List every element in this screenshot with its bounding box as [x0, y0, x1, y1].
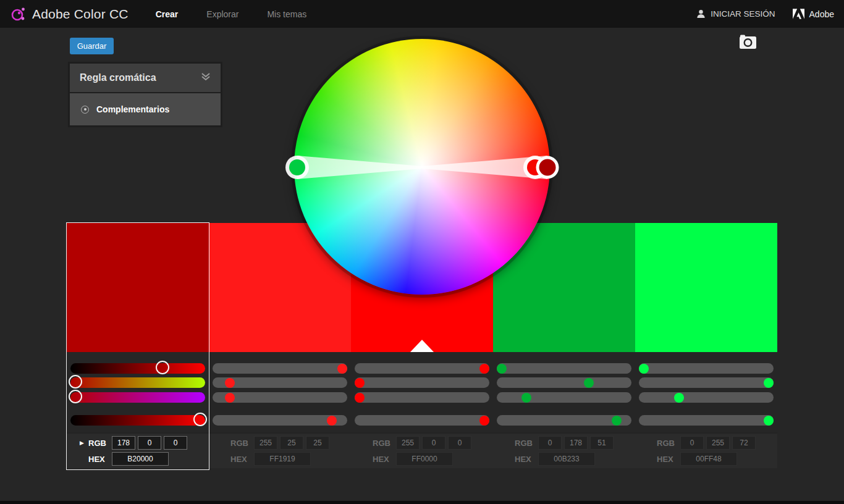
r-value-input[interactable] — [112, 436, 135, 450]
adobe-link[interactable]: Adobe — [793, 9, 834, 19]
blue-slider[interactable] — [70, 392, 205, 403]
color-swatch-1[interactable] — [67, 223, 209, 352]
brightness-slider[interactable] — [213, 415, 347, 426]
blue-slider[interactable] — [213, 392, 347, 403]
red-slider-handle[interactable] — [497, 364, 507, 374]
brightness-slider[interactable] — [497, 415, 631, 426]
rule-item-complementarios[interactable]: Complementarios — [70, 93, 221, 125]
color-rule-panel: Regla cromática Complementarios — [68, 62, 222, 127]
green-slider-handle[interactable] — [764, 378, 774, 388]
r-value-input[interactable] — [680, 436, 704, 450]
green-slider[interactable] — [355, 377, 489, 388]
color-info-3: ▶ RGB HEX — [351, 432, 493, 468]
blue-slider-handle[interactable] — [355, 393, 365, 403]
rgb-label: RGB — [230, 439, 251, 448]
g-value-input[interactable] — [280, 436, 303, 450]
sliders-1 — [67, 352, 209, 432]
swatch-column-5: ▶ RGB HEX — [635, 223, 777, 469]
g-value-input[interactable] — [564, 436, 588, 450]
g-value-input[interactable] — [706, 436, 730, 450]
brightness-slider[interactable] — [355, 415, 489, 426]
color-rule-header[interactable]: Regla cromática — [70, 64, 221, 92]
nav-item-crear[interactable]: Crear — [156, 9, 179, 19]
blue-slider[interactable] — [639, 392, 774, 403]
nav-item-mis-temas[interactable]: Mis temas — [267, 9, 306, 19]
brand[interactable]: Adobe Color CC — [10, 6, 129, 22]
brightness-slider-handle[interactable] — [479, 416, 489, 426]
hex-value-input[interactable] — [680, 452, 737, 466]
adobe-label: Adobe — [809, 9, 834, 19]
green-slider[interactable] — [639, 377, 774, 388]
hex-label: HEX — [373, 455, 394, 464]
brightness-slider[interactable] — [70, 415, 205, 426]
brightness-slider-handle[interactable] — [193, 413, 207, 426]
blue-slider[interactable] — [497, 392, 631, 403]
base-color-triangle — [410, 340, 434, 352]
red-slider-handle[interactable] — [479, 364, 489, 374]
red-slider[interactable] — [213, 363, 347, 374]
top-nav: Adobe Color CC Crear Explorar Mis temas … — [0, 0, 844, 28]
r-value-input[interactable] — [254, 436, 277, 450]
sliders-2 — [209, 352, 351, 432]
hex-value-input[interactable] — [112, 452, 169, 466]
g-value-input[interactable] — [422, 436, 445, 450]
blue-slider-handle[interactable] — [69, 390, 82, 403]
save-button[interactable]: Guardar — [70, 38, 114, 54]
wheel-marker-green[interactable] — [289, 159, 305, 175]
brightness-slider-handle[interactable] — [612, 416, 622, 426]
red-slider[interactable] — [639, 363, 774, 374]
green-slider-handle[interactable] — [584, 378, 594, 388]
b-value-input[interactable] — [732, 436, 756, 450]
color-info-1: ▶ RGB HEX — [67, 432, 209, 468]
hex-value-input[interactable] — [254, 452, 311, 466]
green-slider-handle[interactable] — [355, 378, 365, 388]
blue-slider[interactable] — [355, 392, 489, 403]
camera-button[interactable] — [739, 34, 757, 50]
sliders-5 — [635, 352, 777, 432]
green-slider[interactable] — [497, 377, 631, 388]
rule-item-label: Complementarios — [96, 104, 169, 114]
green-slider[interactable] — [70, 377, 205, 388]
red-slider[interactable] — [70, 363, 205, 374]
hex-value-input[interactable] — [538, 452, 595, 466]
green-slider-handle[interactable] — [225, 378, 235, 388]
expand-arrow-icon[interactable]: ▶ — [80, 440, 88, 446]
b-value-input[interactable] — [448, 436, 471, 450]
green-slider[interactable] — [213, 377, 347, 388]
color-swatch-5[interactable] — [635, 223, 777, 352]
brightness-slider-handle[interactable] — [327, 416, 337, 426]
swatch-column-4: ▶ RGB HEX — [493, 223, 635, 469]
app-title: Adobe Color CC — [32, 7, 129, 22]
red-slider-handle[interactable] — [156, 361, 169, 374]
b-value-input[interactable] — [306, 436, 329, 450]
red-slider-handle[interactable] — [639, 364, 649, 374]
r-value-input[interactable] — [538, 436, 562, 450]
blue-slider-handle[interactable] — [674, 393, 684, 403]
hex-value-input[interactable] — [396, 452, 453, 466]
color-wheel-logo — [10, 6, 26, 22]
color-info-2: ▶ RGB HEX — [209, 432, 351, 468]
brightness-slider[interactable] — [639, 415, 774, 426]
hex-label: HEX — [657, 455, 678, 464]
red-slider[interactable] — [497, 363, 631, 374]
hex-label: HEX — [88, 455, 109, 464]
red-slider[interactable] — [355, 363, 489, 374]
r-value-input[interactable] — [396, 436, 420, 450]
footer-bar — [0, 501, 844, 504]
radio-selected-icon — [81, 106, 89, 114]
blue-slider-handle[interactable] — [225, 393, 235, 403]
blue-slider-handle[interactable] — [521, 393, 531, 403]
g-value-input[interactable] — [138, 436, 161, 450]
b-value-input[interactable] — [590, 436, 614, 450]
camera-icon — [739, 34, 757, 50]
brightness-slider-handle[interactable] — [764, 416, 774, 426]
red-slider-handle[interactable] — [337, 364, 347, 374]
adobe-logo — [793, 9, 804, 19]
sign-in-button[interactable]: INICIAR SESIÓN — [696, 9, 775, 19]
user-icon — [696, 9, 706, 19]
b-value-input[interactable] — [164, 436, 187, 450]
green-slider-handle[interactable] — [69, 375, 82, 388]
chevron-double-down-icon[interactable] — [201, 72, 211, 83]
wheel-marker-selected[interactable] — [539, 159, 556, 176]
nav-item-explorar[interactable]: Explorar — [206, 9, 238, 19]
